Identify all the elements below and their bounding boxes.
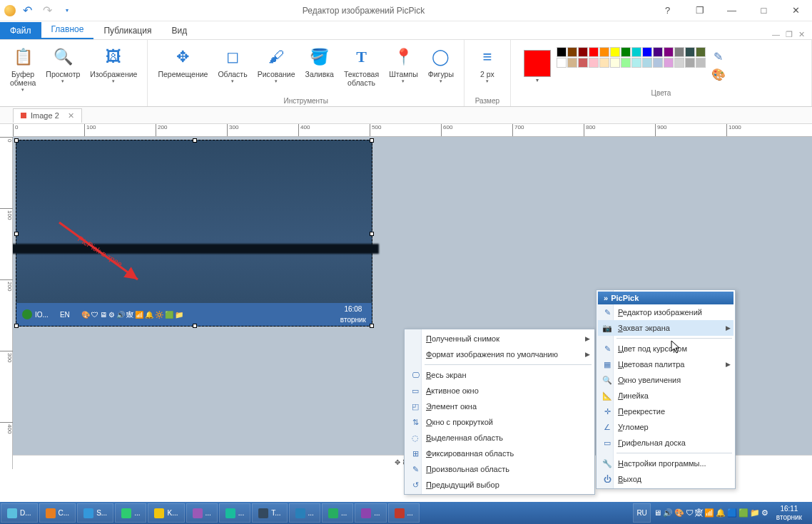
color-swatch[interactable] xyxy=(610,47,620,57)
taskbar-button[interactable]: ... xyxy=(289,503,320,523)
menu-item[interactable]: 🔧Настройки программы... xyxy=(598,456,734,471)
help-button[interactable]: ? xyxy=(651,1,684,21)
mdi-close[interactable]: ✕ xyxy=(798,30,805,39)
taskbar-button[interactable]: ... xyxy=(355,503,386,523)
handle-n[interactable] xyxy=(193,138,197,143)
clipboard-button[interactable]: 📋 Буфер обмена ▾ xyxy=(6,43,40,96)
color-swatch[interactable] xyxy=(621,47,631,57)
tab-view[interactable]: Вид xyxy=(161,22,197,39)
handle-s[interactable] xyxy=(193,324,197,328)
canvas-image[interactable]: PicPick в трее IO... EN 🎨🛡🖥⚙🔊🕸📶🔔🔆🟩📁 16:0… xyxy=(16,140,372,327)
color-swatch[interactable] xyxy=(685,58,695,68)
menu-item[interactable]: ⊞Фиксированная область xyxy=(406,446,593,461)
taskbar-button[interactable]: ... xyxy=(115,503,146,523)
taskbar-button[interactable]: C... xyxy=(39,503,76,523)
stamps-tool-button[interactable]: 📍 Штампы ▾ xyxy=(385,43,422,87)
lang-badge[interactable]: RU xyxy=(633,503,650,523)
menu-item[interactable]: ◌Выделенная область xyxy=(406,430,593,446)
shapes-tool-button[interactable]: ◯ Фигуры ▾ xyxy=(424,43,458,87)
color-swatch[interactable] xyxy=(674,47,684,57)
color-swatch[interactable] xyxy=(557,58,567,68)
move-tool-button[interactable]: ✥ Перемещение xyxy=(153,43,212,81)
color-swatch[interactable] xyxy=(610,58,620,68)
color-swatch[interactable] xyxy=(599,47,609,57)
color-swatch[interactable] xyxy=(631,58,641,68)
color-swatch[interactable] xyxy=(578,58,588,68)
menu-item[interactable]: ↺Предыдущий выбор xyxy=(406,477,593,493)
menu-item[interactable]: ⏻Выход xyxy=(598,471,734,487)
menu-item[interactable]: Полученный снимок▶ xyxy=(406,331,593,346)
mdi-min[interactable]: — xyxy=(772,30,780,39)
menu-item[interactable]: ▭Грифельная доска xyxy=(598,435,734,451)
fill-tool-button[interactable]: 🪣 Заливка xyxy=(301,43,338,81)
handle-sw[interactable] xyxy=(14,324,19,328)
color-swatch[interactable] xyxy=(567,47,577,57)
color-wheel-icon[interactable]: 🎨 xyxy=(711,68,726,81)
line-size-button[interactable]: ≡ 2 px ▾ xyxy=(470,43,504,87)
region-tool-button[interactable]: ◻ Область ▾ xyxy=(213,43,251,87)
close-button[interactable]: ✕ xyxy=(780,1,812,21)
color-swatch[interactable] xyxy=(589,47,599,57)
color-swatch[interactable] xyxy=(653,58,663,68)
current-color-swatch[interactable]: ▾ xyxy=(524,47,551,83)
preview-button[interactable]: 🔍 Просмотр ▾ xyxy=(41,43,84,87)
color-swatch[interactable] xyxy=(589,58,599,68)
ruler-vertical[interactable]: 0100200300400 xyxy=(0,137,13,469)
color-swatch[interactable] xyxy=(696,47,706,57)
app-orb-icon[interactable] xyxy=(4,5,16,16)
color-swatch[interactable] xyxy=(685,47,695,57)
color-swatch[interactable] xyxy=(631,47,641,57)
taskbar-button[interactable]: ... xyxy=(219,503,250,523)
color-swatch[interactable] xyxy=(621,58,631,68)
handle-w[interactable] xyxy=(14,232,19,236)
menu-item[interactable]: ⇅Окно с прокруткой xyxy=(406,414,593,430)
menu-item[interactable]: ✎Редактор изображений xyxy=(598,304,734,320)
taskbar-button[interactable]: S... xyxy=(77,503,113,523)
maximize-button[interactable]: □ xyxy=(748,1,780,21)
color-swatch[interactable] xyxy=(599,58,609,68)
menu-item[interactable]: 📷Захват экрана▶ xyxy=(598,320,734,336)
color-swatch[interactable] xyxy=(642,47,652,57)
tab-publish[interactable]: Публикация xyxy=(93,22,161,39)
menu-item[interactable]: ∠Угломер xyxy=(598,419,734,435)
handle-se[interactable] xyxy=(370,324,374,328)
text-tool-button[interactable]: T Текстовая область xyxy=(340,43,383,90)
taskbar-button[interactable]: ... xyxy=(186,503,218,523)
tab-file[interactable]: Файл xyxy=(0,22,41,39)
menu-item[interactable]: ◰Элемент окна xyxy=(406,399,593,414)
menu-item[interactable]: 🔍Окно увеличения xyxy=(598,372,734,388)
restore-button[interactable]: ❐ xyxy=(684,1,716,21)
color-swatch[interactable] xyxy=(578,47,588,57)
menu-item[interactable]: ▭Активное окно xyxy=(406,383,593,399)
color-swatch[interactable] xyxy=(674,58,684,68)
menu-item[interactable]: 📐Линейка xyxy=(598,388,734,404)
ruler-horizontal[interactable]: 01002003004005006007008009001000 xyxy=(13,124,812,137)
color-swatch[interactable] xyxy=(664,58,674,68)
taskbar-button[interactable]: ... xyxy=(322,503,353,523)
draw-tool-button[interactable]: 🖌 Рисование ▾ xyxy=(253,43,300,87)
menu-item[interactable]: ✎Цвет под курсором xyxy=(598,341,734,356)
menu-item[interactable]: 🖵Весь экран xyxy=(406,367,593,383)
taskbar-button[interactable]: D... xyxy=(1,503,38,523)
doc-tab-image2[interactable]: Image 2 ✕ xyxy=(13,108,82,123)
menu-item[interactable]: Формат изображения по умолчанию▶ xyxy=(406,346,593,362)
menu-item[interactable]: ✛Перекрестие xyxy=(598,404,734,419)
color-swatch[interactable] xyxy=(557,47,567,57)
eyedropper-icon[interactable]: ✎ xyxy=(714,50,723,63)
color-swatch[interactable] xyxy=(653,47,663,57)
handle-e[interactable] xyxy=(370,232,374,236)
taskbar-button[interactable]: T... xyxy=(252,503,287,523)
color-swatch[interactable] xyxy=(642,58,652,68)
color-swatch[interactable] xyxy=(567,58,577,68)
menu-item[interactable]: ▦Цветовая палитра▶ xyxy=(598,356,734,372)
menu-item[interactable]: ✎Произвольная область xyxy=(406,461,593,477)
minimize-button[interactable]: — xyxy=(716,1,748,21)
mdi-restore[interactable]: ❐ xyxy=(786,30,793,39)
redo-button[interactable]: ↷ xyxy=(39,3,56,19)
taskbar-button[interactable]: ... xyxy=(388,503,420,523)
qat-dropdown[interactable]: ▾ xyxy=(59,3,76,19)
color-swatch[interactable] xyxy=(696,58,706,68)
os-clock[interactable]: 16:11 вторник xyxy=(771,505,808,522)
close-tab-icon[interactable]: ✕ xyxy=(68,111,74,120)
taskbar-button[interactable]: K... xyxy=(148,503,184,523)
